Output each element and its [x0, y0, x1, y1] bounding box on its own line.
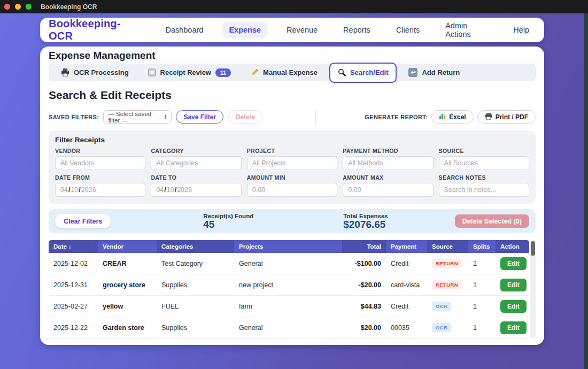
expense-tabbar: OCR ProcessingReceipt Review11Manual Exp… — [49, 64, 536, 81]
cell-total: -$20.00 — [342, 281, 386, 289]
cell-payment: 00035 — [386, 324, 427, 332]
screen-edge — [584, 13, 588, 369]
filter-row-2: DATE FROM04/10/2026DATE TO04/10/2026AMOU… — [55, 174, 529, 197]
cell-payment: Credit — [386, 303, 427, 310]
nav-item-dashboard[interactable]: Dashboard — [159, 22, 210, 38]
generate-report-group: GENERATE REPORT: Excel Print / PDF — [365, 110, 536, 124]
filter-row-1: VENDORCATEGORYPROJECTPAYMENT METHODSOURC… — [55, 148, 529, 170]
saved-filter-select[interactable]: — Select saved filter — ▲▼ — [103, 110, 172, 124]
nav-item-help[interactable]: Help — [507, 22, 536, 38]
excel-report-button[interactable]: Excel — [431, 110, 473, 124]
minimize-window-button[interactable] — [15, 4, 21, 10]
tab-search-edit[interactable]: Search/Edit — [329, 63, 397, 83]
app-logo[interactable]: Bookkeeping-OCR — [49, 18, 143, 42]
tab-manual-expense[interactable]: Manual Expense — [243, 65, 325, 81]
filter-label-category: CATEGORY — [151, 148, 241, 154]
edit-button[interactable]: Edit — [500, 257, 527, 270]
filter-input-vendor[interactable] — [55, 156, 145, 170]
filter-input-category[interactable] — [151, 156, 241, 170]
scrollbar-thumb[interactable] — [531, 241, 535, 256]
cell-vendor: grocery store — [98, 281, 157, 289]
nav-item-reports[interactable]: Reports — [337, 22, 377, 38]
nav-item-clients[interactable]: Clients — [390, 22, 426, 38]
print-pdf-button[interactable]: Print / PDF — [477, 110, 536, 124]
cell-total: $44.83 — [342, 303, 386, 310]
total-expenses-value: $2076.65 — [343, 219, 388, 230]
filter-input-date-to[interactable]: 04/10/2026 — [151, 183, 241, 197]
table-row[interactable]: 2025-12-02CREARTest CategoryGeneral-$100… — [49, 253, 529, 274]
cell-project: farm — [234, 303, 342, 310]
filter-input-payment-method[interactable] — [343, 156, 433, 170]
filter-panel-title: Filter Receipts — [55, 136, 529, 144]
source-badge: OCR — [432, 323, 451, 332]
total-expenses-label: Total Expenses — [343, 213, 388, 219]
receipts-found-label: Receipt(s) Found — [203, 213, 253, 219]
source-badge: RETURN — [432, 280, 462, 289]
column-header-source[interactable]: Source — [427, 240, 468, 253]
tab-add-return[interactable]: ↩Add Return — [401, 65, 467, 81]
table-row[interactable]: 2025-12-22Garden storeSuppliesGeneral$20… — [49, 317, 529, 339]
column-header-splits[interactable]: Splits — [468, 240, 496, 253]
filter-label-payment-method: PAYMENT METHOD — [343, 148, 433, 154]
delete-selected-button[interactable]: Delete Selected (0) — [455, 214, 529, 228]
nav-item-admin-actions[interactable]: Admin Actions — [439, 18, 494, 42]
source-badge: OCR — [432, 302, 451, 311]
expense-management-panel: Expense Management OCR ProcessingReceipt… — [40, 47, 544, 345]
receipts-found-value: 45 — [203, 219, 253, 230]
cell-vendor: CREAR — [98, 260, 157, 267]
cell-splits: 1 — [468, 281, 496, 289]
filter-input-source[interactable] — [439, 156, 529, 170]
filter-field-project: PROJECT — [247, 148, 337, 170]
filter-label-date-to: DATE TO — [151, 174, 241, 181]
cell-payment: card-vista — [386, 281, 427, 289]
table-row[interactable]: 2025-02-27yellowFUELfarm$44.83CreditOCR1… — [49, 296, 529, 317]
cell-source: OCR — [427, 323, 468, 332]
column-header-total[interactable]: Total — [342, 240, 386, 253]
column-header-projects[interactable]: Projects — [234, 240, 342, 253]
tab-label: Add Return — [422, 68, 460, 76]
edit-button[interactable]: Edit — [500, 300, 527, 313]
column-header-payment[interactable]: Payment — [386, 240, 427, 253]
filter-input-search-notes[interactable] — [439, 183, 529, 197]
maximize-window-button[interactable] — [26, 4, 32, 10]
saved-filter-select-value: — Select saved filter — — [108, 111, 164, 124]
filter-label-date-from: DATE FROM — [55, 174, 145, 181]
clear-filters-button[interactable]: Clear Filters — [55, 214, 111, 228]
window-titlebar: Bookkeeping OCR — [0, 0, 588, 13]
cell-source: RETURN — [427, 259, 468, 268]
filter-input-date-from[interactable]: 04/10/2026 — [55, 183, 145, 197]
total-expenses-stat: Total Expenses $2076.65 — [343, 213, 388, 230]
cell-category: FUEL — [157, 303, 234, 310]
column-header-action[interactable]: Action — [496, 240, 529, 253]
source-badge: RETURN — [432, 259, 462, 268]
column-header-vendor[interactable]: Vendor — [98, 240, 157, 253]
cell-action: Edit — [496, 300, 529, 313]
tab-receipt-review[interactable]: Receipt Review11 — [141, 65, 238, 81]
column-header-categories[interactable]: Categories — [157, 240, 234, 253]
filter-label-amount-min: AMOUNT MIN — [247, 174, 337, 181]
filter-field-vendor: VENDOR — [55, 148, 145, 170]
filter-input-project[interactable] — [247, 156, 337, 170]
divider — [315, 110, 316, 124]
nav-menu: DashboardExpenseRevenueReportsClientsAdm… — [159, 18, 536, 42]
filter-field-source: SOURCE — [439, 148, 529, 170]
table-body: 2025-12-02CREARTest CategoryGeneral-$100… — [49, 253, 536, 339]
column-header-date[interactable]: Date ↓ — [49, 240, 98, 253]
top-navigation: Bookkeeping-OCR DashboardExpenseRevenueR… — [40, 18, 544, 42]
tab-ocr-processing[interactable]: OCR Processing — [53, 65, 136, 81]
nav-item-revenue[interactable]: Revenue — [280, 22, 324, 38]
cell-category: Test Category — [157, 260, 234, 267]
edit-button[interactable]: Edit — [500, 321, 527, 334]
save-filter-button[interactable]: Save Filter — [176, 110, 223, 124]
edit-button[interactable]: Edit — [500, 279, 527, 291]
close-window-button[interactable] — [4, 4, 10, 10]
table-scrollbar[interactable] — [530, 240, 536, 339]
filter-field-payment-method: PAYMENT METHOD — [343, 148, 433, 170]
delete-filter-button[interactable]: Delete — [228, 110, 262, 124]
filter-input-amount-max[interactable] — [343, 183, 433, 197]
table-row[interactable]: 2025-12-31grocery storeSuppliesnew proje… — [49, 274, 529, 296]
receipts-table: Date ↓VendorCategoriesProjectsTotalPayme… — [49, 240, 536, 339]
cell-splits: 1 — [468, 324, 496, 332]
nav-item-expense[interactable]: Expense — [222, 22, 267, 38]
filter-input-amount-min[interactable] — [247, 183, 337, 197]
